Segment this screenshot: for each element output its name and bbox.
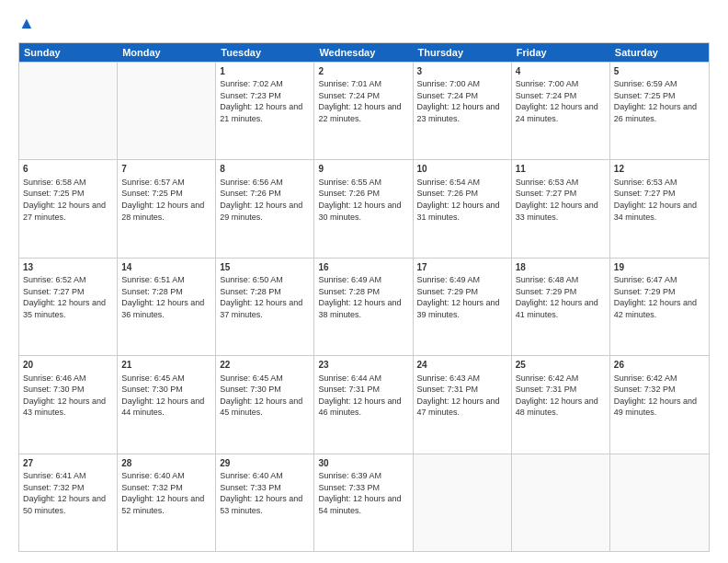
calendar-cell: 21Sunrise: 6:45 AM Sunset: 7:30 PM Dayli… xyxy=(118,356,216,453)
cell-info: Sunrise: 6:55 AM Sunset: 7:26 PM Dayligh… xyxy=(318,177,408,223)
day-number: 18 xyxy=(516,261,606,274)
day-number: 11 xyxy=(516,163,606,176)
calendar-cell: 30Sunrise: 6:39 AM Sunset: 7:33 PM Dayli… xyxy=(314,454,413,551)
calendar-row: 27Sunrise: 6:41 AM Sunset: 7:32 PM Dayli… xyxy=(19,454,709,551)
day-number: 21 xyxy=(121,359,211,372)
day-number: 9 xyxy=(318,163,408,176)
calendar-cell: 13Sunrise: 6:52 AM Sunset: 7:27 PM Dayli… xyxy=(19,259,118,355)
calendar-cell: 6Sunrise: 6:58 AM Sunset: 7:25 PM Daylig… xyxy=(19,160,118,257)
calendar-cell xyxy=(19,63,118,159)
cell-info: Sunrise: 7:00 AM Sunset: 7:24 PM Dayligh… xyxy=(417,78,507,124)
calendar-cell: 1Sunrise: 7:02 AM Sunset: 7:23 PM Daylig… xyxy=(216,63,314,159)
cell-info: Sunrise: 6:42 AM Sunset: 7:32 PM Dayligh… xyxy=(614,373,705,419)
day-number: 30 xyxy=(318,457,408,470)
day-number: 24 xyxy=(417,359,507,372)
day-number: 17 xyxy=(417,261,507,274)
calendar-row: 1Sunrise: 7:02 AM Sunset: 7:23 PM Daylig… xyxy=(19,62,709,159)
cell-info: Sunrise: 6:47 AM Sunset: 7:29 PM Dayligh… xyxy=(614,274,705,320)
cell-info: Sunrise: 6:53 AM Sunset: 7:27 PM Dayligh… xyxy=(614,177,705,223)
day-number: 27 xyxy=(23,457,113,470)
day-number: 7 xyxy=(121,163,211,176)
cell-info: Sunrise: 6:43 AM Sunset: 7:31 PM Dayligh… xyxy=(417,373,507,419)
cell-info: Sunrise: 6:45 AM Sunset: 7:30 PM Dayligh… xyxy=(121,373,211,419)
day-number: 23 xyxy=(318,359,408,372)
calendar-cell: 8Sunrise: 6:56 AM Sunset: 7:26 PM Daylig… xyxy=(216,160,314,257)
cell-info: Sunrise: 7:01 AM Sunset: 7:24 PM Dayligh… xyxy=(318,78,408,124)
calendar: SundayMondayTuesdayWednesdayThursdayFrid… xyxy=(18,42,710,552)
day-number: 25 xyxy=(516,359,606,372)
calendar-cell: 26Sunrise: 6:42 AM Sunset: 7:32 PM Dayli… xyxy=(610,356,709,453)
calendar-row: 6Sunrise: 6:58 AM Sunset: 7:25 PM Daylig… xyxy=(19,159,709,257)
calendar-cell: 14Sunrise: 6:51 AM Sunset: 7:28 PM Dayli… xyxy=(118,259,216,355)
day-number: 28 xyxy=(121,457,211,470)
cell-info: Sunrise: 6:53 AM Sunset: 7:27 PM Dayligh… xyxy=(516,177,606,223)
calendar-cell xyxy=(414,454,512,551)
calendar-cell xyxy=(610,454,709,551)
day-number: 19 xyxy=(614,261,705,274)
day-number: 14 xyxy=(121,261,211,274)
calendar-cell: 19Sunrise: 6:47 AM Sunset: 7:29 PM Dayli… xyxy=(610,259,709,355)
cell-info: Sunrise: 6:49 AM Sunset: 7:29 PM Dayligh… xyxy=(417,274,507,320)
calendar-cell: 16Sunrise: 6:49 AM Sunset: 7:28 PM Dayli… xyxy=(314,259,413,355)
day-number: 16 xyxy=(318,261,408,274)
calendar-cell: 11Sunrise: 6:53 AM Sunset: 7:27 PM Dayli… xyxy=(512,160,610,257)
day-number: 15 xyxy=(220,261,310,274)
calendar-cell: 17Sunrise: 6:49 AM Sunset: 7:29 PM Dayli… xyxy=(414,259,512,355)
calendar-cell: 15Sunrise: 6:50 AM Sunset: 7:28 PM Dayli… xyxy=(216,259,314,355)
cell-info: Sunrise: 6:46 AM Sunset: 7:30 PM Dayligh… xyxy=(23,373,113,419)
calendar-cell: 22Sunrise: 6:45 AM Sunset: 7:30 PM Dayli… xyxy=(216,356,314,453)
cell-info: Sunrise: 6:54 AM Sunset: 7:26 PM Dayligh… xyxy=(417,177,507,223)
calendar-body: 1Sunrise: 7:02 AM Sunset: 7:23 PM Daylig… xyxy=(19,62,709,551)
day-number: 3 xyxy=(417,65,507,78)
calendar-cell: 29Sunrise: 6:40 AM Sunset: 7:33 PM Dayli… xyxy=(216,454,314,551)
calendar-cell: 7Sunrise: 6:57 AM Sunset: 7:25 PM Daylig… xyxy=(118,160,216,257)
day-number: 2 xyxy=(318,65,408,78)
cell-info: Sunrise: 6:42 AM Sunset: 7:31 PM Dayligh… xyxy=(516,373,606,419)
cell-info: Sunrise: 7:02 AM Sunset: 7:23 PM Dayligh… xyxy=(220,78,310,124)
calendar-cell: 18Sunrise: 6:48 AM Sunset: 7:29 PM Dayli… xyxy=(512,259,610,355)
day-number: 5 xyxy=(614,65,705,78)
calendar-cell: 2Sunrise: 7:01 AM Sunset: 7:24 PM Daylig… xyxy=(314,63,413,159)
cell-info: Sunrise: 6:45 AM Sunset: 7:30 PM Dayligh… xyxy=(220,373,310,419)
day-number: 20 xyxy=(23,359,113,372)
calendar-cell xyxy=(118,63,216,159)
cell-info: Sunrise: 6:52 AM Sunset: 7:27 PM Dayligh… xyxy=(23,274,113,320)
day-number: 1 xyxy=(220,65,310,78)
cell-info: Sunrise: 6:59 AM Sunset: 7:25 PM Dayligh… xyxy=(614,78,705,124)
weekday-header: Saturday xyxy=(610,43,709,62)
cell-info: Sunrise: 6:44 AM Sunset: 7:31 PM Dayligh… xyxy=(318,373,408,419)
calendar-row: 13Sunrise: 6:52 AM Sunset: 7:27 PM Dayli… xyxy=(19,258,709,355)
calendar-cell: 20Sunrise: 6:46 AM Sunset: 7:30 PM Dayli… xyxy=(19,356,118,453)
cell-info: Sunrise: 6:51 AM Sunset: 7:28 PM Dayligh… xyxy=(121,274,211,320)
day-number: 29 xyxy=(220,457,310,470)
calendar-cell: 25Sunrise: 6:42 AM Sunset: 7:31 PM Dayli… xyxy=(512,356,610,453)
day-number: 26 xyxy=(614,359,705,372)
calendar-cell: 5Sunrise: 6:59 AM Sunset: 7:25 PM Daylig… xyxy=(610,63,709,159)
calendar-cell: 12Sunrise: 6:53 AM Sunset: 7:27 PM Dayli… xyxy=(610,160,709,257)
day-number: 13 xyxy=(23,261,113,274)
logo: ▲ xyxy=(18,15,35,33)
cell-info: Sunrise: 6:39 AM Sunset: 7:33 PM Dayligh… xyxy=(318,470,408,516)
day-number: 10 xyxy=(417,163,507,176)
calendar-cell: 10Sunrise: 6:54 AM Sunset: 7:26 PM Dayli… xyxy=(414,160,512,257)
calendar-cell: 23Sunrise: 6:44 AM Sunset: 7:31 PM Dayli… xyxy=(314,356,413,453)
calendar-cell: 24Sunrise: 6:43 AM Sunset: 7:31 PM Dayli… xyxy=(414,356,512,453)
day-number: 22 xyxy=(220,359,310,372)
calendar-cell: 9Sunrise: 6:55 AM Sunset: 7:26 PM Daylig… xyxy=(314,160,413,257)
calendar-cell: 28Sunrise: 6:40 AM Sunset: 7:32 PM Dayli… xyxy=(118,454,216,551)
weekday-header: Wednesday xyxy=(314,43,413,62)
weekday-header: Tuesday xyxy=(216,43,314,62)
calendar-cell: 27Sunrise: 6:41 AM Sunset: 7:32 PM Dayli… xyxy=(19,454,118,551)
weekday-header: Sunday xyxy=(19,43,118,62)
cell-info: Sunrise: 6:56 AM Sunset: 7:26 PM Dayligh… xyxy=(220,177,310,223)
cell-info: Sunrise: 6:40 AM Sunset: 7:32 PM Dayligh… xyxy=(121,470,211,516)
cell-info: Sunrise: 6:49 AM Sunset: 7:28 PM Dayligh… xyxy=(318,274,408,320)
cell-info: Sunrise: 6:57 AM Sunset: 7:25 PM Dayligh… xyxy=(121,177,211,223)
calendar-header: SundayMondayTuesdayWednesdayThursdayFrid… xyxy=(19,43,709,62)
logo-blue-icon-text: ▲ xyxy=(18,14,35,32)
weekday-header: Monday xyxy=(118,43,216,62)
calendar-cell: 3Sunrise: 7:00 AM Sunset: 7:24 PM Daylig… xyxy=(414,63,512,159)
cell-info: Sunrise: 6:41 AM Sunset: 7:32 PM Dayligh… xyxy=(23,470,113,516)
calendar-cell xyxy=(512,454,610,551)
header: ▲ xyxy=(18,15,710,33)
